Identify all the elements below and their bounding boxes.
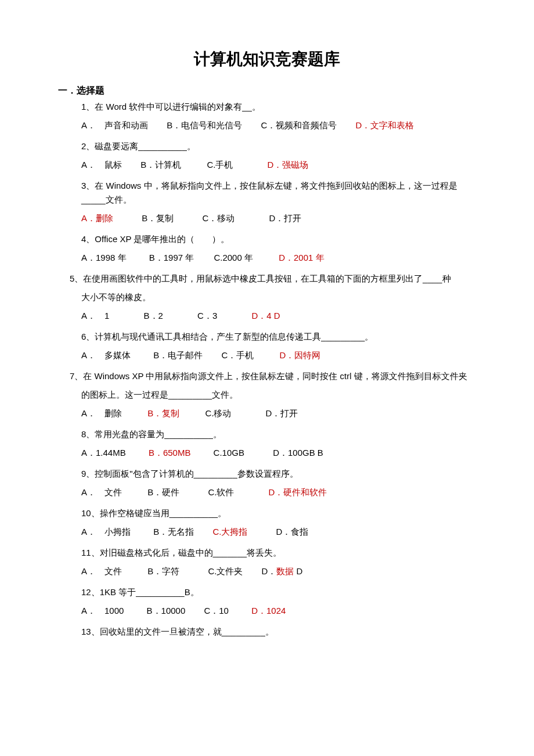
q10-option-a: A． 小拇指 [81,525,131,539]
q5-option-a: A． 1 [81,309,109,323]
q10-option-d: D．食指 [276,525,309,539]
q7-text-line2: 的图标上。这一过程是_________文件。 [81,388,476,402]
q5-text-line2: 大小不等的橡皮。 [81,290,476,304]
q9-option-a: A． 文件 [81,485,122,499]
question-8: 8、常用光盘的容量为__________。 A．1.44MB B．650MB C… [81,427,476,460]
q1-options: A． 声音和动画 B．电信号和光信号 C．视频和音频信号 D．文字和表格 [81,118,476,132]
q8-option-c: C.10GB [214,446,244,460]
q3-option-d: D．打开 [269,211,301,225]
q9-option-c: C.软件 [208,485,234,499]
q7-option-b: B．复制 [147,406,179,420]
q3-text: 3、在 Windows 中，将鼠标指向文件上，按住鼠标左键，将文件拖到回收站的图… [81,179,476,207]
q12-text: 12、1KB 等于__________B。 [81,585,476,599]
q7-option-c: C.移动 [205,406,231,420]
q6-option-d: D．因特网 [279,348,320,362]
q8-option-a: A．1.44MB [81,446,126,460]
q10-option-c: C.大拇指 [212,525,247,539]
section-header: 一．选择题 [58,83,476,98]
q3-option-a: A．删除 [81,211,113,225]
q2-option-d: D．强磁场 [268,158,309,172]
question-3: 3、在 Windows 中，将鼠标指向文件上，按住鼠标左键，将文件拖到回收站的图… [81,179,476,225]
q5-option-d: D．4 D [251,309,280,323]
q2-options: A． 鼠标 B．计算机 C.手机 D．强磁场 [81,158,476,172]
q6-options: A． 多媒体 B．电子邮件 C．手机 D．因特网 [81,348,476,362]
q7-option-d: D．打开 [266,406,298,420]
q9-option-d: D．硬件和软件 [269,485,327,499]
q11-options: A． 文件 B．字符 C.文件夹 D．数据 D [81,564,476,578]
q5-text-line1: 5、在使用画图软件中的工具时，用鼠标选中橡皮工具按钮，在工具箱的下面的方框里列出… [70,272,476,286]
q5-options: A． 1 B．2 C．3 D．4 D [81,309,476,323]
question-1: 1、在 Word 软件中可以进行编辑的对象有__。 A． 声音和动画 B．电信号… [81,100,476,132]
q3-options: A．删除 B．复制 C．移动 D．打开 [81,211,476,225]
q9-text: 9、控制面板"包含了计算机的_________参数设置程序。 [81,467,476,481]
q11-option-c: C.文件夹 [208,564,243,578]
q2-option-a: A． 鼠标 [81,158,122,172]
question-9: 9、控制面板"包含了计算机的_________参数设置程序。 A． 文件 B．硬… [81,467,476,499]
q3-option-c: C．移动 [202,211,234,225]
q1-text: 1、在 Word 软件中可以进行编辑的对象有__。 [81,100,476,114]
question-7: 7、在 Windows XP 中用鼠标指向源文件上，按住鼠标左键，同时按住 ct… [70,369,476,383]
q11-option-b: B．字符 [147,564,179,578]
q12-option-a: A． 1000 [81,604,124,618]
q6-option-c: C．手机 [221,348,254,362]
q11-d-answer: 数据 [276,566,294,576]
q8-text: 8、常用光盘的容量为__________。 [81,427,476,441]
q1-option-b: B．电信号和光信号 [167,118,242,132]
q12-options: A． 1000 B．10000 C．10 D．1024 [81,604,476,618]
question-5: 5、在使用画图软件中的工具时，用鼠标选中橡皮工具按钮，在工具箱的下面的方框里列出… [70,272,476,286]
q2-option-c: C.手机 [207,158,233,172]
question-12: 12、1KB 等于__________B。 A． 1000 B．10000 C．… [81,585,476,618]
q8-option-b: B．650MB [149,446,191,460]
q13-text: 13、回收站里的文件一旦被清空，就_________。 [81,625,476,639]
question-6: 6、计算机与现代通讯工具相结合，产生了新型的信息传递工具_________。 A… [81,330,476,362]
q5-option-b: B．2 [144,309,163,323]
q7-options: A． 删除 B．复制 C.移动 D．打开 [81,406,476,420]
q12-option-b: B．10000 [147,604,186,618]
q11-option-d: D．数据 D [262,564,303,578]
q4-text: 4、Office XP 是哪年推出的（ ）。 [81,232,476,246]
question-2: 2、磁盘要远离__________。 A． 鼠标 B．计算机 C.手机 D．强磁… [81,139,476,172]
q6-option-b: B．电子邮件 [153,348,203,362]
q4-option-b: B．1997 年 [149,251,194,265]
q4-option-d: D．2001 年 [279,251,324,265]
q11-d-suffix: D [294,566,302,576]
q8-options: A．1.44MB B．650MB C.10GB D．100GB B [81,446,476,460]
page-title: 计算机知识竞赛题库 [58,46,476,73]
q11-d-prefix: D． [262,566,277,576]
q6-option-a: A． 多媒体 [81,348,131,362]
q5-option-c: C．3 [197,309,217,323]
question-11: 11、对旧磁盘格式化后，磁盘中的_______将丢失。 A． 文件 B．字符 C… [81,546,476,578]
q1-option-c: C．视频和音频信号 [261,118,337,132]
q3-option-b: B．复制 [142,211,174,225]
q1-option-a: A． 声音和动画 [81,118,148,132]
q2-option-b: B．计算机 [140,158,181,172]
q8-option-d: D．100GB B [273,446,323,460]
q4-options: A．1998 年 B．1997 年 C.2000 年 D．2001 年 [81,251,476,265]
q10-text: 10、操作空格键应当用__________。 [81,506,476,520]
question-7-cont: 的图标上。这一过程是_________文件。 A． 删除 B．复制 C.移动 D… [81,388,476,420]
q2-text: 2、磁盘要远离__________。 [81,139,476,153]
question-5-cont: 大小不等的橡皮。 A． 1 B．2 C．3 D．4 D [81,290,476,323]
q12-option-c: C．10 [204,604,229,618]
q10-option-b: B．无名指 [153,525,194,539]
q9-option-b: B．硬件 [147,485,179,499]
q10-options: A． 小拇指 B．无名指 C.大拇指 D．食指 [81,525,476,539]
q4-option-a: A．1998 年 [81,251,127,265]
q12-option-d: D．1024 [251,604,286,618]
q6-text: 6、计算机与现代通讯工具相结合，产生了新型的信息传递工具_________。 [81,330,476,344]
q7-option-a: A． 删除 [81,406,122,420]
q4-option-c: C.2000 年 [214,251,253,265]
q9-options: A． 文件 B．硬件 C.软件 D．硬件和软件 [81,485,476,499]
q7-text-line1: 7、在 Windows XP 中用鼠标指向源文件上，按住鼠标左键，同时按住 ct… [70,369,476,383]
question-10: 10、操作空格键应当用__________。 A． 小拇指 B．无名指 C.大拇… [81,506,476,539]
question-13: 13、回收站里的文件一旦被清空，就_________。 [81,625,476,639]
q1-option-d: D．文字和表格 [355,118,414,132]
question-4: 4、Office XP 是哪年推出的（ ）。 A．1998 年 B．1997 年… [81,232,476,265]
q11-option-a: A． 文件 [81,564,122,578]
q11-text: 11、对旧磁盘格式化后，磁盘中的_______将丢失。 [81,546,476,560]
